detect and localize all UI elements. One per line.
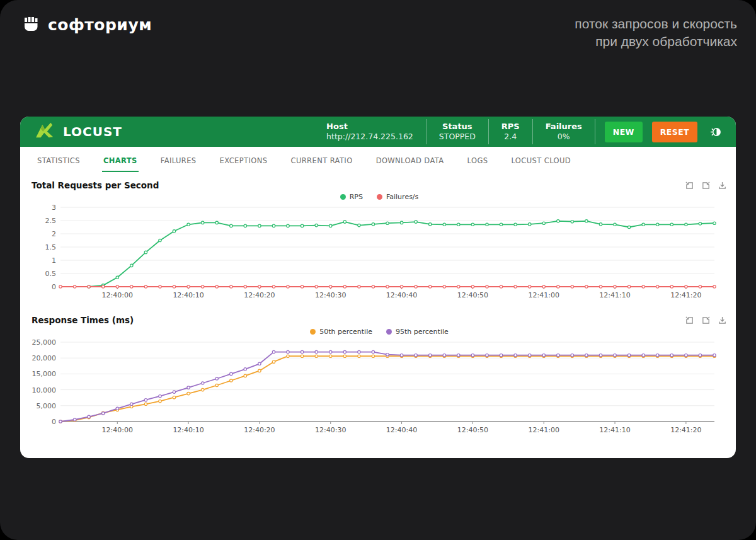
svg-text:12:40:00: 12:40:00 <box>102 426 133 434</box>
download-chart-icon[interactable] <box>718 181 727 190</box>
tab-statistics[interactable]: STATISTICS <box>36 151 81 172</box>
chart-toolbox <box>685 316 727 325</box>
tab-bar: STATISTICSCHARTSFAILURESEXCEPTIONSCURREN… <box>20 147 736 172</box>
svg-text:5,000: 5,000 <box>37 402 57 410</box>
rps-chart-section: Total Requests per Second RPSFailures/s … <box>20 172 736 306</box>
legend-item-50th-percentile[interactable]: 50th percentile <box>310 328 372 336</box>
response-times-chart-legend: 50th percentile95th percentile <box>32 326 727 337</box>
status-info: Status STOPPED <box>426 119 488 144</box>
legend-item-95th-percentile[interactable]: 95th percentile <box>386 328 449 336</box>
svg-text:0: 0 <box>52 283 56 291</box>
svg-text:12:40:10: 12:40:10 <box>173 426 203 434</box>
failures-label: Failures <box>546 122 582 132</box>
legend-label: Failures/s <box>386 193 418 201</box>
locust-logo: LOCUST <box>34 122 122 142</box>
frame-caption: поток запросов и скорость при двух обраб… <box>575 15 737 50</box>
host-info: Host http://212.74.225.162 <box>314 119 426 144</box>
brand-name: софториум <box>48 16 152 34</box>
svg-text:12:41:10: 12:41:10 <box>599 291 630 299</box>
caption-line-1: поток запросов и скорость <box>575 15 737 33</box>
rps-chart: 00.511.522.5312:40:0012:40:1012:40:2012:… <box>32 202 727 303</box>
rps-label: RPS <box>501 122 520 132</box>
svg-text:1.5: 1.5 <box>45 243 57 251</box>
rps-chart-title: Total Requests per Second <box>32 180 159 190</box>
reset-button[interactable]: RESET <box>652 122 697 142</box>
download-chart-icon[interactable] <box>718 316 727 325</box>
svg-text:0: 0 <box>52 418 56 426</box>
tab-charts[interactable]: CHARTS <box>102 151 139 172</box>
host-value: http://212.74.225.162 <box>326 132 413 142</box>
svg-text:12:40:50: 12:40:50 <box>457 426 488 434</box>
legend-label: 95th percentile <box>396 328 449 336</box>
svg-text:15,000: 15,000 <box>32 370 57 378</box>
svg-text:12:41:20: 12:41:20 <box>670 426 701 434</box>
tab-current-ratio[interactable]: CURRENT RATIO <box>289 151 353 172</box>
failures-info: Failures 0% <box>532 119 595 144</box>
legend-label: 50th percentile <box>319 328 372 336</box>
svg-text:3: 3 <box>52 204 56 212</box>
svg-text:2.5: 2.5 <box>45 217 57 225</box>
legend-dot-icon <box>377 194 382 200</box>
status-value: STOPPED <box>439 132 476 142</box>
zoom-reset-icon[interactable] <box>701 316 711 325</box>
svg-text:25,000: 25,000 <box>32 338 57 347</box>
tab-download-data[interactable]: DOWNLOAD DATA <box>375 151 445 172</box>
svg-text:12:40:50: 12:40:50 <box>457 291 488 299</box>
host-label: Host <box>326 122 413 132</box>
app-header: LOCUST Host http://212.74.225.162 Status… <box>20 117 736 147</box>
app-name: LOCUST <box>63 124 122 139</box>
new-test-button[interactable]: NEW <box>605 122 643 142</box>
svg-text:12:40:20: 12:40:20 <box>244 426 275 434</box>
svg-text:12:40:40: 12:40:40 <box>386 426 417 434</box>
svg-text:12:40:30: 12:40:30 <box>315 426 346 434</box>
brand: софториум <box>23 15 152 35</box>
tab-logs[interactable]: LOGS <box>466 151 490 172</box>
svg-text:2: 2 <box>52 230 56 238</box>
chart-toolbox <box>685 181 727 190</box>
rps-value: 2.4 <box>501 132 520 142</box>
svg-text:12:40:10: 12:40:10 <box>173 291 203 299</box>
grasshopper-icon <box>34 122 57 142</box>
svg-text:0.5: 0.5 <box>45 270 57 278</box>
fist-icon <box>23 15 40 35</box>
rps-info: RPS 2.4 <box>488 119 532 144</box>
svg-text:1: 1 <box>52 256 56 265</box>
response-times-chart-section: Response Times (ms) 50th percentile95th … <box>20 306 736 440</box>
legend-dot-icon <box>340 194 346 200</box>
svg-text:12:41:10: 12:41:10 <box>599 426 630 434</box>
svg-text:12:40:20: 12:40:20 <box>244 291 275 299</box>
locust-app-window: LOCUST Host http://212.74.225.162 Status… <box>20 117 736 458</box>
drag-zoom-icon[interactable] <box>685 181 694 190</box>
svg-text:10,000: 10,000 <box>32 386 57 394</box>
response-times-chart: 05,00010,00015,00020,00025,00012:40:0012… <box>32 337 727 438</box>
status-label: Status <box>439 122 476 132</box>
svg-text:12:40:30: 12:40:30 <box>315 291 346 299</box>
svg-text:12:40:40: 12:40:40 <box>386 291 417 299</box>
legend-dot-icon <box>386 329 392 335</box>
svg-text:12:41:20: 12:41:20 <box>670 291 701 299</box>
response-times-chart-title: Response Times (ms) <box>32 315 134 325</box>
failures-value: 0% <box>546 132 582 142</box>
tab-locust-cloud[interactable]: LOCUST CLOUD <box>510 151 572 172</box>
theme-toggle-icon[interactable] <box>710 126 722 138</box>
legend-dot-icon <box>310 329 316 335</box>
zoom-reset-icon[interactable] <box>701 181 711 190</box>
dark-frame-panel: софториум поток запросов и скорость при … <box>0 0 756 540</box>
caption-line-2: при двух обработчиках <box>575 33 737 50</box>
drag-zoom-icon[interactable] <box>685 316 694 325</box>
svg-text:12:41:00: 12:41:00 <box>529 291 559 299</box>
svg-text:20,000: 20,000 <box>32 354 57 362</box>
legend-item-failures-s[interactable]: Failures/s <box>377 193 418 201</box>
svg-text:12:40:00: 12:40:00 <box>102 291 133 299</box>
rps-chart-legend: RPSFailures/s <box>32 191 727 202</box>
legend-item-rps[interactable]: RPS <box>340 193 363 201</box>
tab-exceptions[interactable]: EXCEPTIONS <box>219 151 269 172</box>
svg-text:12:41:00: 12:41:00 <box>529 426 559 434</box>
tab-failures[interactable]: FAILURES <box>159 151 198 172</box>
legend-label: RPS <box>350 193 363 201</box>
